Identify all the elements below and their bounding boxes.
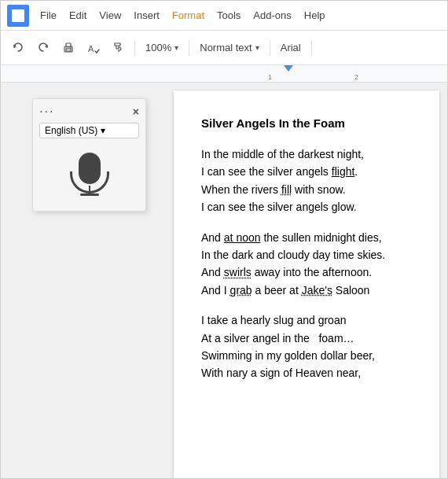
paint-format-button[interactable]	[108, 37, 130, 59]
app-logo	[7, 5, 29, 27]
separator-2	[189, 40, 189, 56]
menu-insert[interactable]: Insert	[129, 6, 164, 24]
style-dropdown[interactable]: Normal text ▾	[194, 37, 264, 59]
line-2-2: In the dark and cloudy day time skies.	[201, 246, 412, 263]
separator-1	[134, 40, 135, 56]
font-dropdown[interactable]: Arial	[275, 37, 307, 59]
menu-addons[interactable]: Add-ons	[248, 6, 296, 24]
toolbar: A 100% ▾ Normal text ▾ Arial	[1, 31, 447, 65]
ruler-left-space	[1, 65, 174, 82]
underline-flight: flight	[332, 165, 355, 178]
voice-widget[interactable]: ··· × English (US) ▾	[32, 98, 146, 212]
underline-jakes: Jake's	[302, 284, 332, 297]
svg-text:A: A	[88, 44, 94, 53]
stanza-3: I take a hearly slug and groan At a silv…	[201, 311, 412, 382]
voice-widget-header: ··· ×	[39, 105, 139, 118]
line-2-4: And I grab a beer at Jake's Saloon	[201, 282, 412, 299]
line-3-4: With nary a sign of Heaven near,	[201, 364, 412, 381]
line-1-2: I can see the silver angels flight.	[201, 163, 412, 180]
menu-format[interactable]: Format	[167, 6, 209, 24]
line-1-1: In the middle of the darkest night,	[201, 146, 412, 163]
line-3-2: At a silver angel in the foam…	[201, 330, 412, 347]
stanza-1: In the middle of the darkest night, I ca…	[201, 146, 412, 216]
undo-button[interactable]	[7, 37, 29, 59]
underline-fill: fill	[281, 183, 292, 196]
svg-rect-2	[66, 49, 71, 51]
menu-view[interactable]: View	[94, 6, 126, 24]
voice-language-selector[interactable]: English (US) ▾	[39, 123, 139, 138]
zoom-value: 100%	[145, 42, 171, 53]
document-title: Silver Angels In the Foam	[201, 114, 412, 133]
line-2-1: And at noon the sullen midnight dies,	[201, 229, 412, 246]
svg-point-3	[70, 47, 72, 49]
voice-menu-dots[interactable]: ···	[39, 105, 54, 118]
ruler-mark-2: 2	[354, 73, 358, 81]
underline-swirls: swirls	[224, 266, 252, 278]
line-3-3: Swimming in my golden dollar beer,	[201, 347, 412, 364]
spellcheck-button[interactable]: A	[83, 37, 105, 59]
microphone-icon[interactable]	[70, 153, 109, 200]
ruler-mark-1: 1	[268, 73, 272, 81]
voice-close-button[interactable]: ×	[133, 105, 139, 118]
left-panel: ··· × English (US) ▾	[1, 83, 174, 478]
main-area: ··· × English (US) ▾ Silver Angels In th…	[1, 83, 447, 478]
menu-help[interactable]: Help	[299, 6, 330, 24]
print-button[interactable]	[57, 37, 79, 59]
ruler-marks: 1 2	[174, 73, 447, 82]
ruler-area: 1 2	[1, 65, 447, 83]
menu-tools[interactable]: Tools	[212, 6, 245, 24]
document-page[interactable]: Silver Angels In the Foam In the middle …	[174, 90, 439, 478]
underline-noon: at noon	[224, 231, 261, 244]
zoom-dropdown[interactable]: 100% ▾	[140, 37, 184, 59]
voice-language-label: English (US)	[45, 125, 97, 136]
ruler-indicator	[284, 65, 293, 72]
line-3-1: I take a hearly slug and groan	[201, 311, 412, 329]
underline-grab: grab	[230, 284, 252, 297]
menu-file[interactable]: File	[35, 6, 61, 24]
style-value: Normal text	[200, 42, 252, 53]
menu-edit[interactable]: Edit	[64, 6, 91, 24]
ruler: 1 2	[174, 65, 447, 82]
redo-button[interactable]	[32, 37, 54, 59]
line-1-4: I can see the silver angels glow.	[201, 198, 412, 216]
mic-body	[79, 153, 101, 184]
line-2-3: And swirls away into the afternoon.	[201, 263, 412, 281]
voice-mic-area	[39, 145, 139, 204]
stanza-2: And at noon the sullen midnight dies, In…	[201, 229, 412, 300]
mic-arc	[70, 171, 109, 193]
font-value: Arial	[281, 42, 301, 53]
separator-3	[270, 40, 270, 56]
mic-base	[80, 193, 99, 196]
zoom-chevron-icon: ▾	[174, 43, 178, 52]
separator-4	[311, 40, 312, 56]
voice-lang-chevron-icon: ▾	[101, 125, 105, 136]
menu-bar: File Edit View Insert Format Tools Add-o…	[1, 1, 447, 31]
style-chevron-icon: ▾	[255, 43, 259, 52]
line-1-3: When the rivers fill with snow.	[201, 181, 412, 198]
